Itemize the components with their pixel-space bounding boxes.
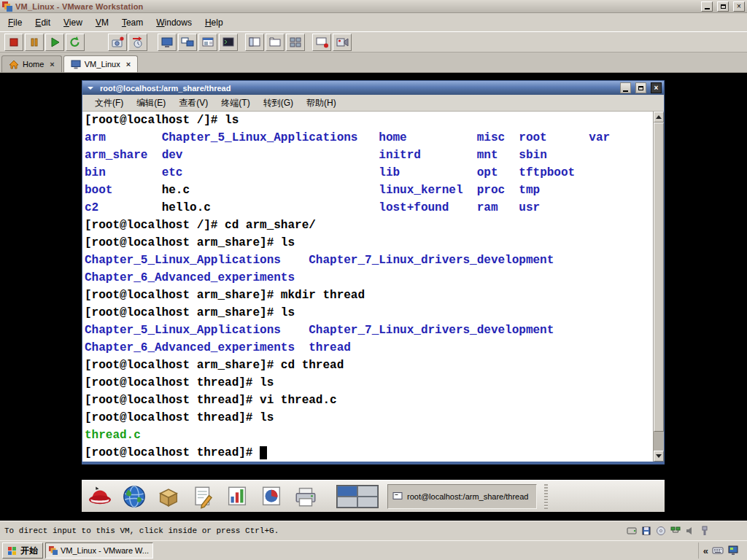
cd-rom-icon[interactable] (655, 525, 667, 537)
show-thumbnails-button[interactable] (286, 34, 305, 51)
reset-icon (68, 36, 82, 49)
console-view-button[interactable] (219, 34, 238, 51)
terminal-line: [root@localhost /]# cd arm_share/ (85, 217, 664, 234)
fullscreen-icon (160, 36, 174, 49)
show-tabs-icon (268, 36, 282, 49)
quick-switch-button[interactable] (178, 34, 197, 51)
workspace-2[interactable] (357, 486, 378, 497)
minimize-button[interactable] (701, 1, 713, 12)
terminal-menu-help[interactable]: 帮助(H) (300, 96, 343, 111)
tab-close-icon[interactable]: × (126, 60, 131, 69)
close-button[interactable]: × (733, 1, 745, 12)
presentation-pie-icon[interactable] (258, 483, 285, 510)
terminal-window: root@localhost:/arm_share/thread × 文件(F)… (82, 80, 665, 464)
window-list-item[interactable]: root@localhost:/arm_share/thread (387, 484, 537, 509)
floppy-icon[interactable] (640, 525, 652, 537)
menu-edit[interactable]: Edit (28, 15, 57, 30)
menu-windows[interactable]: Windows (150, 15, 198, 30)
menu-file[interactable]: File (1, 15, 28, 30)
taskbar-task-vmware[interactable]: VM_Linux - VMware W... (45, 542, 153, 559)
printer-icon[interactable] (292, 483, 320, 510)
take-snapshot-button[interactable] (108, 34, 127, 51)
terminal-menu-edit[interactable]: 编辑(E) (130, 96, 172, 111)
workspace-3[interactable] (337, 497, 357, 508)
terminal-line: boot he.c linux_kernel proc tmp (85, 182, 664, 199)
vm-display[interactable]: root@localhost:/arm_share/thread × 文件(F)… (0, 73, 747, 521)
redhat-menu-icon[interactable] (86, 483, 114, 510)
spreadsheet-chart-icon[interactable] (223, 483, 251, 510)
terminal-scrollbar[interactable] (653, 112, 664, 462)
tab-close-icon[interactable]: × (50, 60, 54, 69)
hard-disk-icon[interactable] (626, 525, 638, 537)
network-adapter-icon[interactable] (670, 525, 681, 537)
start-button[interactable]: 开始 (2, 542, 43, 559)
power-on-button[interactable] (45, 34, 64, 51)
tab-vm-linux[interactable]: VM_Linux × (63, 55, 138, 72)
terminal-menu-terminal[interactable]: 终端(T) (214, 96, 256, 111)
menu-help[interactable]: Help (198, 15, 230, 30)
device-status-icons (626, 525, 711, 537)
terminal-menu-file[interactable]: 文件(F) (88, 96, 130, 111)
workspace-1[interactable] (337, 486, 357, 497)
terminal-line: thread.c (85, 427, 664, 444)
window-titlebar[interactable]: VM_Linux - VMware Workstation × (0, 0, 747, 13)
window-menu-icon[interactable] (85, 82, 96, 93)
text-writer-icon[interactable] (189, 483, 217, 510)
revert-snapshot-button[interactable] (128, 34, 147, 51)
terminal-content[interactable]: [root@localhost /]# lsarm Chapter_5_Linu… (82, 112, 664, 462)
web-browser-icon[interactable] (120, 483, 148, 510)
capture-movie-icon (335, 36, 349, 49)
sound-icon[interactable] (684, 525, 696, 537)
input-method-keyboard-icon[interactable] (712, 545, 724, 556)
menu-view[interactable]: View (57, 15, 89, 30)
show-tabs-button[interactable] (266, 34, 285, 51)
panel-handle[interactable] (544, 484, 548, 509)
capture-screen-button[interactable] (312, 34, 331, 51)
arrow-up-icon (656, 112, 662, 119)
console-view-icon (221, 36, 236, 49)
power-off-button[interactable] (4, 34, 23, 51)
terminal-maximize-button[interactable] (635, 82, 646, 93)
minimize-icon (623, 90, 628, 92)
scrollbar-thumb[interactable] (654, 122, 664, 432)
terminal-menu-view[interactable]: 查看(V) (172, 96, 214, 111)
terminal-titlebar[interactable]: root@localhost:/arm_share/thread × (82, 81, 664, 95)
system-tray: « (698, 542, 745, 559)
status-message: To direct input to this VM, click inside… (4, 526, 279, 535)
terminal-menu-go[interactable]: 转到(G) (257, 96, 300, 111)
show-sidebar-button[interactable] (245, 34, 264, 51)
quick-switch-icon (180, 36, 195, 49)
show-sidebar-icon (247, 36, 262, 49)
terminal-menubar: 文件(F) 编辑(E) 查看(V) 终端(T) 转到(G) 帮助(H) (82, 95, 664, 112)
restore-icon (721, 4, 726, 9)
capture-movie-button[interactable] (333, 34, 352, 51)
terminal-line: arm_share dev initrd mnt sbin (85, 147, 664, 164)
summary-view-button[interactable] (198, 34, 217, 51)
fullscreen-button[interactable] (158, 34, 177, 51)
terminal-line: Chapter_6_Advanced_experiments (85, 269, 664, 287)
show-thumbnails-icon (288, 36, 303, 49)
workspace-switcher[interactable] (336, 485, 379, 508)
vm-monitor-icon (71, 60, 81, 69)
tab-home[interactable]: Home × (1, 55, 62, 72)
vmware-statusbar: To direct input to this VM, click inside… (0, 521, 747, 540)
vmware-logo-icon (2, 1, 12, 12)
power-on-icon (47, 36, 62, 49)
workspace-4[interactable] (357, 497, 378, 508)
menu-vm[interactable]: VM (89, 15, 115, 30)
usb-icon[interactable] (699, 525, 711, 537)
terminal-line: Chapter_5_Linux_Applications Chapter_7_L… (85, 322, 664, 339)
file-package-icon[interactable] (155, 483, 182, 510)
terminal-line: arm Chapter_5_Linux_Applications home mi… (85, 129, 664, 147)
vmware-tray-icon[interactable] (727, 545, 739, 556)
scroll-up-button[interactable] (654, 112, 664, 122)
terminal-minimize-button[interactable] (620, 82, 631, 93)
menu-team[interactable]: Team (115, 15, 150, 30)
restore-button[interactable] (717, 1, 729, 12)
terminal-mini-icon (392, 491, 403, 501)
terminal-close-button[interactable]: × (651, 82, 662, 93)
suspend-button[interactable] (25, 34, 44, 51)
collapse-chevron-icon[interactable]: « (703, 545, 708, 556)
reset-button[interactable] (66, 34, 85, 51)
scroll-down-button[interactable] (654, 451, 664, 462)
